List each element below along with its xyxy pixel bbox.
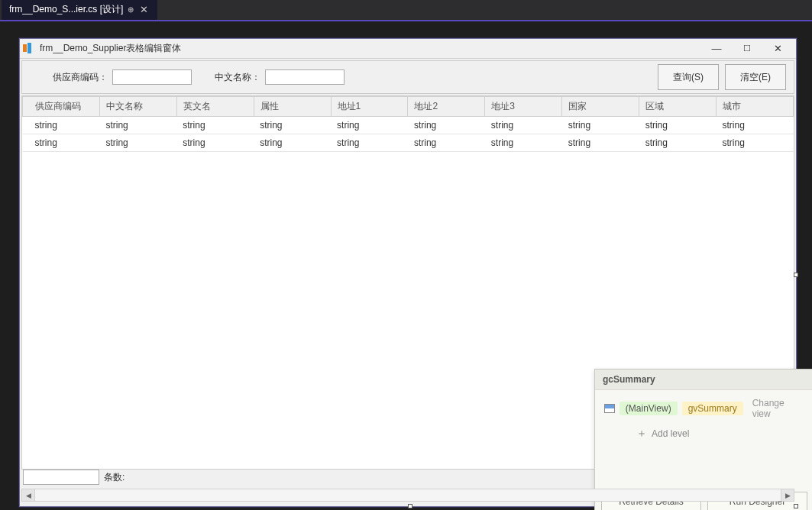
grid-icon [604, 404, 615, 413]
column-header[interactable]: 属性 [254, 97, 331, 117]
plus-icon: ＋ [636, 427, 647, 441]
table-cell[interactable]: string [331, 134, 408, 152]
table-row[interactable]: stringstringstringstringstringstringstri… [23, 117, 794, 134]
tasks-body: (MainView) gvSummary Change view ＋ Add l… [595, 390, 812, 448]
ide-root: frm__Demo_S...ier.cs [设计] ⊕ ✕ frm__Demo_… [0, 0, 812, 510]
table-cell[interactable]: string [562, 117, 639, 134]
table-cell[interactable]: string [485, 117, 562, 134]
column-header[interactable]: 地址1 [331, 97, 408, 117]
gv-summary-link[interactable]: gvSummary [682, 402, 743, 415]
table-cell[interactable]: string [254, 117, 331, 134]
close-icon[interactable]: ✕ [138, 4, 150, 15]
column-header[interactable]: 国家 [562, 97, 639, 117]
titlebar: frm__Demo_Supplier表格编辑窗体 — ☐ ✕ [20, 39, 796, 59]
change-view-link[interactable]: Change view [752, 398, 804, 419]
tab-title: frm__Demo_S...ier.cs [设计] [9, 3, 123, 16]
table-cell[interactable]: string [99, 117, 176, 134]
column-header[interactable]: 地址3 [485, 97, 562, 117]
chinese-name-label: 中文名称： [215, 71, 260, 84]
scroll-track[interactable] [35, 489, 781, 501]
resize-handle-right[interactable] [794, 273, 798, 277]
count-label: 条数: [104, 471, 125, 484]
chinese-name-input[interactable] [265, 69, 345, 85]
table-cell[interactable]: string [176, 134, 254, 152]
table-cell[interactable]: string [99, 134, 176, 152]
add-level-label: Add level [652, 428, 689, 439]
supplier-code-label: 供应商编码： [53, 71, 108, 84]
design-surface: frm__Demo_Supplier表格编辑窗体 — ☐ ✕ 供应商编码： 中文… [0, 23, 812, 510]
window-title: frm__Demo_Supplier表格编辑窗体 [40, 42, 701, 55]
filter-panel: 供应商编码： 中文名称： 查询(S) 清空(E) [21, 60, 794, 94]
grid-header-row: 供应商编码中文名称英文名属性地址1地址2地址3国家区域城市 [23, 97, 794, 117]
horizontal-scrollbar[interactable]: ◀ ▶ [21, 489, 794, 502]
table-cell[interactable]: string [485, 134, 562, 152]
tasks-header: gcSummary [595, 370, 812, 390]
table-cell[interactable]: string [408, 134, 485, 152]
column-header[interactable]: 供应商编码 [23, 97, 100, 117]
table-cell[interactable]: string [176, 117, 254, 134]
table-cell[interactable]: string [23, 117, 100, 134]
column-header[interactable]: 城市 [717, 97, 794, 117]
maximize-button[interactable]: ☐ [732, 40, 762, 58]
scroll-left-button[interactable]: ◀ [22, 489, 35, 501]
table-cell[interactable]: string [717, 134, 794, 152]
close-button[interactable]: ✕ [762, 40, 793, 58]
table-cell[interactable]: string [639, 134, 717, 152]
resize-handle-corner[interactable] [794, 504, 798, 508]
minimize-button[interactable]: — [701, 40, 732, 58]
view-row: (MainView) gvSummary Change view [604, 398, 804, 419]
clear-button[interactable]: 清空(E) [725, 64, 786, 90]
query-button[interactable]: 查询(S) [658, 64, 719, 90]
table-cell[interactable]: string [562, 134, 639, 152]
table-cell[interactable]: string [23, 134, 100, 152]
column-header[interactable]: 区域 [639, 97, 717, 117]
column-header[interactable]: 中文名称 [99, 97, 176, 117]
document-tab-strip: frm__Demo_S...ier.cs [设计] ⊕ ✕ [0, 0, 812, 21]
form-window[interactable]: frm__Demo_Supplier表格编辑窗体 — ☐ ✕ 供应商编码： 中文… [19, 38, 797, 507]
document-tab[interactable]: frm__Demo_S...ier.cs [设计] ⊕ ✕ [2, 0, 157, 20]
pin-icon[interactable]: ⊕ [128, 5, 134, 14]
add-level-link[interactable]: ＋ Add level [636, 427, 804, 441]
main-view-link[interactable]: (MainView) [620, 402, 678, 415]
table-row[interactable]: stringstringstringstringstringstringstri… [23, 134, 794, 152]
table-cell[interactable]: string [254, 134, 331, 152]
table-cell[interactable]: string [408, 117, 485, 134]
window-controls: — ☐ ✕ [701, 40, 793, 58]
table-cell[interactable]: string [331, 117, 408, 134]
column-header[interactable]: 英文名 [176, 97, 254, 117]
app-icon [23, 43, 35, 55]
footer-bar: 条数: [21, 469, 794, 486]
count-input[interactable] [23, 470, 99, 485]
table-cell[interactable]: string [639, 117, 717, 134]
resize-handle-bottom[interactable] [408, 504, 412, 508]
scroll-right-button[interactable]: ▶ [781, 489, 794, 501]
supplier-code-input[interactable] [112, 69, 192, 85]
data-grid: 供应商编码中文名称英文名属性地址1地址2地址3国家区域城市 stringstri… [22, 96, 794, 152]
table-cell[interactable]: string [717, 117, 794, 134]
column-header[interactable]: 地址2 [408, 97, 485, 117]
